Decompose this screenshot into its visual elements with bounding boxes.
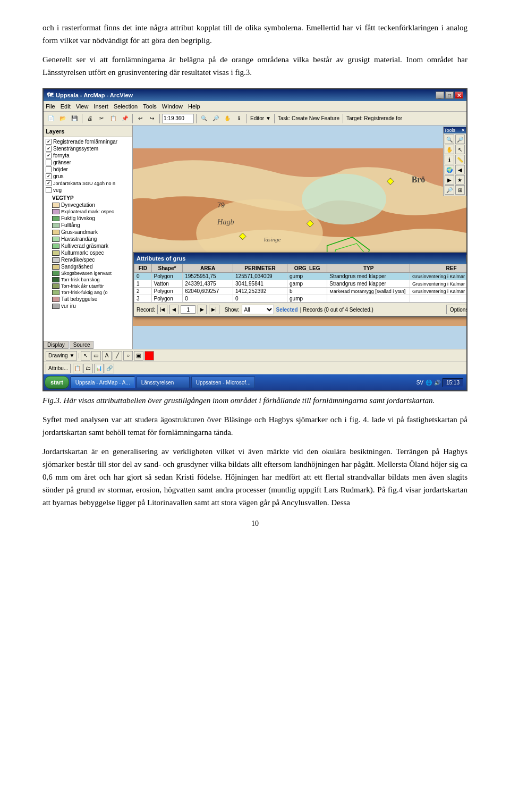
layer-item-veg[interactable]: veg <box>45 187 131 194</box>
menu-view[interactable]: View <box>76 103 89 110</box>
tool-find[interactable]: 🔎 <box>445 185 454 195</box>
tool-forward[interactable]: ▶ <box>445 175 454 185</box>
layer-item-gränser[interactable]: gränser <box>45 159 131 166</box>
minimize-button[interactable]: _ <box>436 91 444 99</box>
tool-goto[interactable]: ⊞ <box>455 185 465 195</box>
col-header-shape[interactable]: Shape* <box>151 264 183 273</box>
draw-fill[interactable]: ▣ <box>134 351 143 361</box>
table-row[interactable]: 0 Polygon 19525951,75 125571,034009 gump… <box>134 273 467 280</box>
layer-check-jordartskarta[interactable]: ✓ <box>46 180 52 186</box>
toolbar-pan[interactable]: ✋ <box>222 113 233 124</box>
tool-zoom-in[interactable]: 🔍 <box>445 135 454 144</box>
menubar: File Edit View Insert Selection Tools Wi… <box>44 101 466 112</box>
menu-help[interactable]: Help <box>188 103 200 110</box>
draw-text[interactable]: A <box>102 351 112 361</box>
table-row[interactable]: 3 Polygon 0 0 gump <box>134 295 467 303</box>
vegtyp-swatch-barr <box>52 277 60 282</box>
layer-check-veg[interactable] <box>46 187 52 193</box>
tool-bookmark[interactable]: ★ <box>455 175 465 185</box>
draw-pointer[interactable]: ↖ <box>81 351 90 361</box>
col-header-typ[interactable]: TYP <box>327 264 410 273</box>
taskbar-item-lanstyrelsen[interactable]: Länsstyrelsen <box>137 376 190 388</box>
tool-select[interactable]: ↖ <box>455 145 465 154</box>
menu-tools[interactable]: Tools <box>143 103 157 110</box>
menu-edit[interactable]: Edit <box>61 103 71 110</box>
draw-color[interactable] <box>144 351 154 361</box>
source-tab[interactable]: Source <box>70 341 94 349</box>
table-row[interactable]: 2 Polygon 62040,609257 1412,252392 b Mar… <box>134 288 467 295</box>
show-select[interactable]: All Selected <box>242 305 274 314</box>
nav-last-button[interactable]: ▶| <box>209 305 219 314</box>
toolbar-open[interactable]: 📂 <box>57 113 68 124</box>
tools-float-buttons: 🔍 🔎 ✋ ↖ ℹ 📏 🌍 ◀ ▶ ★ 🔎 ⊞ <box>444 133 466 196</box>
layer-check-stenstrång[interactable]: ✓ <box>46 146 52 152</box>
layers-panel: Layers ✓ Registrerade fornlämningar ✓ St… <box>44 125 133 349</box>
layers-list[interactable]: ✓ Registrerade fornlämningar ✓ Stensträn… <box>44 137 132 341</box>
display-tab[interactable]: Display <box>44 341 69 349</box>
options-button[interactable]: Options ▼ <box>446 305 466 314</box>
tool-back[interactable]: ◀ <box>455 165 465 174</box>
layer-item-höjder[interactable]: höjder <box>45 166 131 173</box>
toolbar-zoom-in[interactable]: 🔍 <box>199 113 209 124</box>
layer-item-fornlamningar[interactable]: ✓ Registrerade fornlämningar <box>45 138 131 145</box>
col-header-fid[interactable]: FID <box>134 264 152 273</box>
tool-pan[interactable]: ✋ <box>445 145 454 154</box>
attr-titlebar-controls[interactable]: _ □ ✕ <box>466 255 466 262</box>
tool-measure[interactable]: 📏 <box>455 155 465 164</box>
menu-selection[interactable]: Selection <box>114 103 138 110</box>
maximize-button[interactable]: □ <box>445 91 454 99</box>
toolbar-paste[interactable]: 📌 <box>120 113 130 124</box>
toolbar-new[interactable]: 📄 <box>46 113 56 124</box>
toolbar-save[interactable]: 💾 <box>69 113 80 124</box>
attrib-icon-1[interactable]: 📋 <box>73 364 82 373</box>
zoom-input[interactable] <box>162 114 194 123</box>
attrib-icon-3[interactable]: 📊 <box>94 364 104 373</box>
attrib-dropdown[interactable]: Attribu... <box>46 364 71 373</box>
menu-file[interactable]: File <box>46 103 55 110</box>
layer-check-höjder[interactable] <box>46 166 52 172</box>
table-row[interactable]: 1 Vatton 243391,4375 3041,95841 gamp Str… <box>134 280 467 288</box>
nav-record-input[interactable] <box>181 305 196 314</box>
attr-minimize-button[interactable]: _ <box>466 255 466 262</box>
attrib-icon-2[interactable]: 🗂 <box>83 364 93 373</box>
taskbar-item-uppsatsen[interactable]: Uppsatsen - Microsof... <box>191 376 256 388</box>
layer-check-gränser[interactable] <box>46 160 52 165</box>
layer-item-stenstrång[interactable]: ✓ Stensträngssystem <box>45 145 131 152</box>
layer-item-jordartskarta[interactable]: ✓ Jordartskarta SGU 4g4h no n <box>45 180 131 187</box>
drawing-dropdown[interactable]: Drawing ▼ <box>46 351 77 361</box>
taskbar-item-arcmap[interactable]: Uppsala - ArcMap - A... <box>71 376 135 388</box>
toolbar-redo[interactable]: ↪ <box>147 113 157 124</box>
start-button[interactable]: start <box>45 376 69 389</box>
nav-first-button[interactable]: |◀ <box>157 305 167 314</box>
col-header-ref[interactable]: REF <box>410 264 466 273</box>
toolbar-zoom-out[interactable]: 🔎 <box>210 113 221 124</box>
tools-float-close[interactable]: ✕ <box>461 128 465 133</box>
toolbar-print[interactable]: 🖨 <box>84 113 95 124</box>
layer-item-fornyta[interactable]: ✓ fornyta <box>45 152 131 159</box>
menu-window[interactable]: Window <box>162 103 183 110</box>
tool-globe[interactable]: 🌍 <box>445 165 454 174</box>
nav-next-button[interactable]: ▶ <box>198 305 207 314</box>
col-header-perimeter[interactable]: PERIMETER <box>233 264 287 273</box>
col-header-area[interactable]: AREA <box>183 264 233 273</box>
layer-item-grus[interactable]: ✓ grus <box>45 173 131 180</box>
toolbar-undo[interactable]: ↩ <box>135 113 146 124</box>
titlebar-controls[interactable]: _ □ ✕ <box>436 91 463 99</box>
layer-check-grus[interactable]: ✓ <box>46 173 52 179</box>
draw-line[interactable]: ╱ <box>113 351 122 361</box>
nav-prev-button[interactable]: ◀ <box>169 305 178 314</box>
attrib-icon-4[interactable]: 🔗 <box>105 364 114 373</box>
tool-zoom-out[interactable]: 🔎 <box>455 135 465 144</box>
toolbar-cut[interactable]: ✂ <box>96 113 107 124</box>
toolbar-copy[interactable]: 📋 <box>108 113 118 124</box>
tool-info[interactable]: ℹ <box>445 155 454 164</box>
layer-check-fornyta[interactable]: ✓ <box>46 153 52 158</box>
map-area[interactable]: Hagb läsinge Själ̊grundet Brö 79 <box>133 125 466 349</box>
col-header-org-leg[interactable]: ORG_LEG <box>287 264 327 273</box>
draw-circle[interactable]: ○ <box>123 351 133 361</box>
draw-rect[interactable]: ▭ <box>91 351 101 361</box>
layer-check-fornlamningar[interactable]: ✓ <box>46 139 52 145</box>
toolbar-identify[interactable]: ℹ <box>234 113 244 124</box>
close-button[interactable]: ✕ <box>455 91 463 99</box>
menu-insert[interactable]: Insert <box>94 103 108 110</box>
